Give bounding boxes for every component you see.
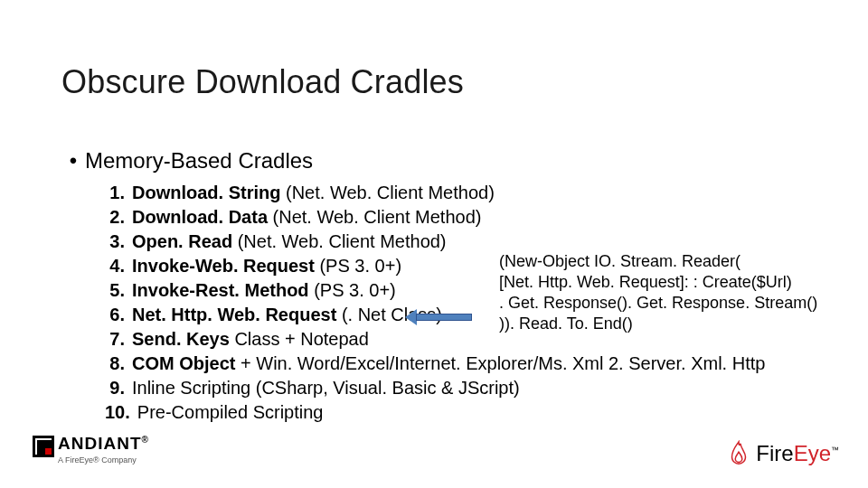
flame-icon	[725, 440, 752, 467]
list-num: 8.	[105, 352, 125, 376]
list-bold: Download. Data	[132, 207, 273, 227]
subheading-text: Memory-Based Cradles	[85, 148, 313, 173]
list-num: 5.	[105, 278, 125, 303]
list-num: 3.	[105, 230, 125, 254]
fireeye-logo: FireEye™	[725, 439, 839, 468]
list-bold: Net. Http. Web. Request	[132, 305, 342, 324]
arrow-left-icon	[405, 309, 472, 325]
list-num: 10.	[105, 400, 130, 425]
mandiant-logo: ANDIANT® A FireEye® Company	[33, 434, 186, 470]
mandiant-wordmark: ANDIANT®	[58, 434, 149, 454]
list-bold: Invoke-Rest. Method	[132, 280, 314, 300]
bullet-icon: •	[67, 150, 80, 172]
list-num: 4.	[105, 254, 125, 278]
list-num: 9.	[105, 376, 125, 400]
list-rest: (Net. Web. Client Method)	[238, 231, 447, 251]
list-rest: + Win. Word/Excel/Internet. Explorer/Ms.…	[241, 353, 765, 373]
list-item: 10.Pre-Compiled Scripting	[105, 400, 765, 425]
list-bold: Invoke-Web. Request	[132, 256, 319, 276]
list-rest: Class + Notepad	[234, 329, 368, 349]
list-item: 3.Open. Read (Net. Web. Client Method)	[105, 230, 765, 254]
list-num: 7.	[105, 327, 125, 352]
slide: Obscure Download Cradles •Memory-Based C…	[0, 0, 868, 488]
list-item: 1.Download. String (Net. Web. Client Met…	[105, 181, 765, 205]
snippet-line: )). Read. To. End()	[499, 314, 817, 334]
list-rest: Inline Scripting (CSharp, Visual. Basic …	[132, 378, 520, 398]
mandiant-subtext: A FireEye® Company	[58, 455, 186, 465]
list-item: 8.COM Object + Win. Word/Excel/Internet.…	[105, 352, 765, 376]
list-bold: Send. Keys	[132, 329, 234, 349]
registered-icon: ®	[142, 435, 149, 445]
list-rest: (PS 3. 0+)	[314, 280, 396, 300]
list-rest: Pre-Compiled Scripting	[137, 402, 324, 422]
mandiant-mark-icon	[33, 436, 54, 457]
list-item: 2.Download. Data (Net. Web. Client Metho…	[105, 205, 765, 230]
fireeye-wordmark: FireEye™	[756, 441, 839, 466]
snippet-line: . Get. Response(). Get. Response. Stream…	[499, 293, 817, 314]
list-item: 9.Inline Scripting (CSharp, Visual. Basi…	[105, 376, 765, 400]
snippet-line: (New-Object IO. Stream. Reader(	[499, 251, 817, 272]
list-rest: (Net. Web. Client Method)	[286, 183, 495, 202]
trademark-icon: ™	[831, 446, 839, 455]
code-snippet: (New-Object IO. Stream. Reader( [Net. Ht…	[499, 251, 817, 334]
list-bold: Download. String	[132, 183, 286, 202]
list-num: 1.	[105, 181, 125, 205]
list-num: 2.	[105, 205, 125, 230]
list-num: 6.	[105, 303, 125, 327]
list-bold: COM Object	[132, 353, 241, 373]
list-rest: (PS 3. 0+)	[319, 256, 401, 276]
list-bold: Open. Read	[132, 231, 238, 251]
slide-title: Obscure Download Cradles	[61, 63, 464, 101]
snippet-line: [Net. Http. Web. Request]: : Create($Url…	[499, 272, 817, 293]
subheading: •Memory-Based Cradles	[67, 148, 313, 174]
list-rest: (Net. Web. Client Method)	[273, 207, 482, 227]
